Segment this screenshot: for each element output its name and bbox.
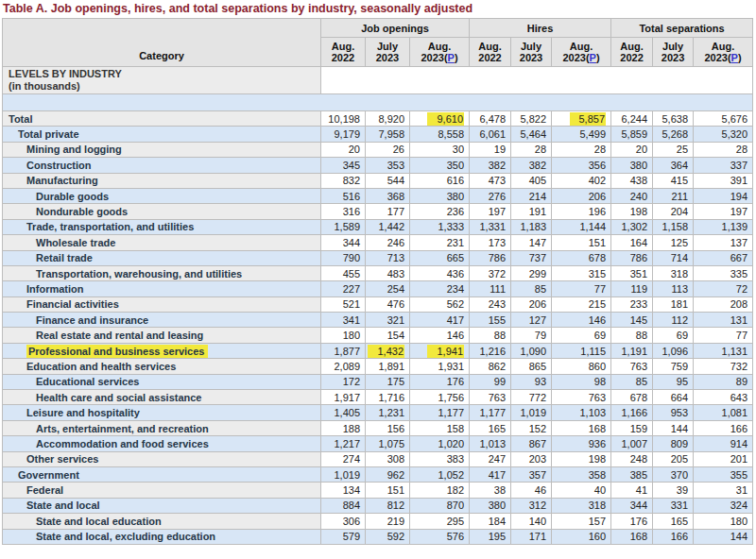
value-cell: 26 [366,142,410,157]
value-cell: 164 [611,235,653,250]
value-cell: 254 [366,281,410,296]
col-header-1: July2023 [366,38,410,67]
preliminary-footnote-link[interactable]: P [731,52,738,63]
value-cell: 168 [552,420,611,435]
value-cell: 176 [410,374,470,389]
value-cell: 208 [694,296,753,312]
value-cell: 99 [470,374,511,389]
value-cell: 152 [511,420,552,435]
value-cell: 28 [694,142,753,157]
row-retail-trade: Retail trade790713665786737678786714667 [3,250,753,265]
value-cell: 146 [410,328,470,343]
value-cell: 324 [694,498,753,513]
value-cell: 1,103 [552,405,611,420]
category-cell: Manufacturing [3,173,321,188]
category-cell: Government [3,466,321,482]
value-cell: 884 [321,498,366,513]
value-cell: 402 [552,173,611,188]
value-cell: 31 [694,483,753,498]
value-cell: 151 [366,483,410,498]
col-header-0: Aug.2022 [321,38,366,67]
value-cell: 2,089 [321,359,366,374]
value-cell: 93 [511,374,552,389]
category-cell: Real estate and rental and leasing [3,328,321,343]
category-cell: State and local [3,498,321,513]
industry-table: Category Job openings Hires Total separa… [2,18,753,545]
col-header-8: Aug.2023(P) [694,38,753,67]
value-cell: 214 [511,188,552,203]
highlighted-value: 1,941 [427,345,464,358]
row-finance-and-insurance: Finance and insurance3413214171551271461… [3,313,753,328]
value-cell: 1,019 [321,466,366,482]
group-header-job-openings: Job openings [321,19,470,38]
value-cell: 127 [511,313,552,328]
row-real-estate-and-rental-and-leasing: Real estate and rental and leasing180154… [3,328,753,343]
value-cell: 166 [694,420,753,435]
row-durable-goods: Durable goods516368380276214206240211194 [3,188,753,203]
value-cell: 41 [611,483,653,498]
value-cell: 962 [366,466,410,482]
value-cell: 113 [653,281,694,296]
value-cell: 176 [611,514,653,529]
preliminary-footnote-link[interactable]: P [448,52,455,63]
value-cell: 1,333 [410,219,470,234]
value-cell: 516 [321,188,366,203]
value-cell: 1,090 [511,343,552,358]
value-cell: 391 [694,173,753,188]
value-cell: 865 [511,359,552,374]
value-cell: 1,191 [611,343,653,358]
value-cell: 20 [321,142,366,157]
value-cell: 180 [321,328,366,343]
category-cell: Durable goods [3,188,321,203]
row-state-and-local: State and local8848128703803123183443313… [3,498,753,513]
col-header-4: July2023 [511,38,552,67]
value-cell: 6,061 [470,127,511,142]
value-cell: 1,716 [366,390,410,405]
category-cell: Total [3,111,321,127]
value-cell: 521 [321,296,366,312]
value-cell: 351 [611,265,653,280]
group-header-total-separations: Total separations [611,19,753,38]
value-cell: 345 [321,158,366,173]
value-cell: 5,676 [694,111,753,127]
value-cell: 579 [321,529,366,544]
value-cell: 405 [511,173,552,188]
highlighted-value: 1,432 [368,345,404,358]
value-cell: 1,331 [470,219,511,234]
value-cell: 5,464 [511,127,552,142]
value-cell: 759 [653,359,694,374]
value-cell: 316 [321,204,366,219]
value-cell: 151 [552,235,611,250]
value-cell: 28 [511,142,552,157]
value-cell: 1,217 [321,436,366,451]
value-cell: 6,478 [470,111,511,127]
value-cell: 380 [470,498,511,513]
value-cell: 1,081 [694,405,753,420]
col-header-6: Aug.2022 [611,38,653,67]
value-cell: 383 [410,451,470,466]
value-cell: 181 [653,296,694,312]
value-cell: 368 [366,188,410,203]
category-cell: Other services [3,451,321,466]
value-cell: 204 [653,204,694,219]
category-cell: Transportation, warehousing, and utiliti… [3,265,321,280]
value-cell: 1,877 [321,343,366,358]
value-cell: 215 [552,296,611,312]
value-cell: 111 [470,281,511,296]
value-cell: 667 [694,250,753,265]
value-cell: 227 [321,281,366,296]
value-cell: 9,610 [410,111,470,127]
value-cell: 246 [366,235,410,250]
value-cell: 77 [552,281,611,296]
value-cell: 165 [470,420,511,435]
value-cell: 809 [653,436,694,451]
value-cell: 206 [511,296,552,312]
value-cell: 20 [611,142,653,157]
category-cell: Finance and insurance [3,313,321,328]
value-cell: 665 [410,250,470,265]
section-row: LEVELS BY INDUSTRY(in thousands) [3,67,753,94]
preliminary-footnote-link[interactable]: P [590,52,596,63]
category-cell: Wholesale trade [3,235,321,250]
spacer-cell [3,94,753,111]
value-cell: 155 [470,313,511,328]
